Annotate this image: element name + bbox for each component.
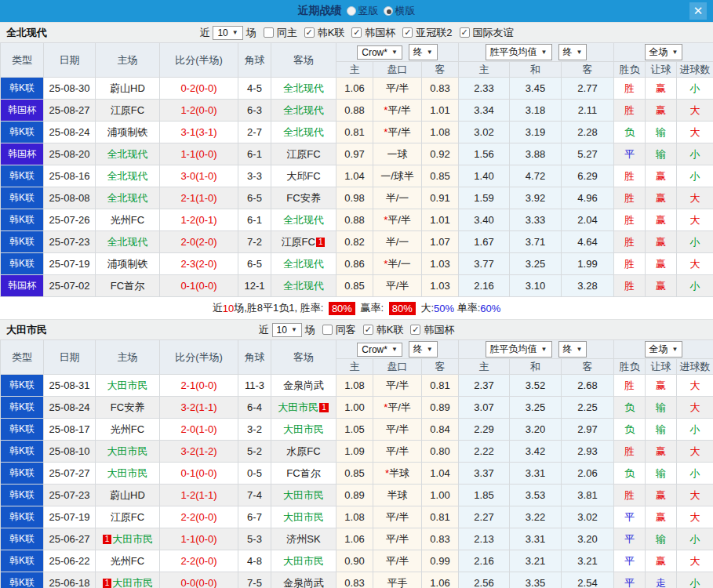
result-handicap: 赢 [646, 209, 677, 231]
handicap-cell: 半球 [373, 485, 422, 506]
result-handicap: 输 [646, 143, 677, 165]
score-cell: 0-1(0-0) [160, 275, 238, 297]
odds-final-select[interactable]: 终▼ [409, 44, 438, 60]
odds-group-header: Crow*▼终▼ [336, 340, 459, 359]
chevron-down-icon: ▼ [391, 49, 398, 56]
filter-checkbox-0[interactable] [264, 27, 274, 38]
home-team-cell: 光州FC [96, 550, 160, 572]
away-team-cell: 济州SK [271, 528, 336, 550]
euro-home-odds: 1.40 [459, 165, 510, 187]
layout-radio-horizontal[interactable]: 横版 [384, 4, 416, 18]
away-team-name: FC首尔 [286, 467, 320, 479]
filter-checkbox-1[interactable]: ✓ [363, 325, 373, 335]
radio-vertical-icon[interactable] [347, 6, 356, 16]
fulltime-score: 1-2 [180, 104, 195, 116]
date-cell: 25-07-23 [44, 485, 96, 506]
fulltime-score: 2-0 [180, 236, 195, 248]
odds-final-select[interactable]: 终▼ [409, 341, 438, 358]
filter-checkbox-1[interactable]: ✓ [304, 27, 315, 38]
fulltime-score: 1-2 [180, 489, 195, 501]
away-team-cell: 大田市民 [271, 419, 336, 441]
date-cell: 25-06-27 [44, 528, 96, 550]
date-cell: 25-07-19 [44, 506, 96, 528]
scope-select[interactable]: 全场▼ [645, 341, 683, 358]
euro-away-odds: 3.81 [562, 485, 614, 506]
euro-home-odds: 2.22 [459, 441, 510, 463]
home-team-cell: 全北现代 [96, 187, 160, 209]
result-wdl: 负 [614, 397, 646, 419]
match-count-select[interactable]: 10▼ [213, 26, 242, 40]
radio-horizontal-icon[interactable] [384, 6, 393, 16]
euro-home-odds: 3.37 [459, 463, 510, 485]
handicap-cell: *平/半 [373, 122, 422, 143]
asian-home-odds: 1.09 [336, 441, 373, 463]
filter-checkbox-2[interactable]: ✓ [410, 325, 420, 335]
home-team-cell: 江原FC [96, 506, 160, 528]
euro-home-odds: 3.40 [459, 209, 510, 231]
result-wdl: 平 [614, 528, 646, 550]
euro-avg-select[interactable]: 胜平负均值▼ [486, 341, 552, 358]
league-badge: 韩K联 [1, 419, 44, 441]
table-row: 韩K联25-07-19江原FC2-2(0-0)6-7大田市民1.08平/半0.8… [1, 506, 713, 528]
result-goals: 大 [677, 122, 713, 143]
scope-select-label: 全场 [649, 45, 668, 59]
odds-company-select[interactable]: Crow*▼ [357, 343, 402, 357]
halftime-score: (1-1) [195, 489, 216, 501]
euro-avg-select[interactable]: 胜平负均值▼ [486, 44, 552, 60]
result-wdl: 平 [614, 550, 646, 572]
euro-away-odds: 3.21 [562, 550, 614, 572]
asian-home-odds: 0.81 [336, 122, 373, 143]
col-header-1: 日期 [44, 43, 96, 78]
euro-home-odds: 3.07 [459, 397, 510, 419]
fulltime-score: 2-3 [180, 258, 195, 270]
euro-home-odds: 2.33 [459, 78, 510, 100]
close-icon[interactable]: ✕ [689, 2, 707, 20]
filter-checkbox-3[interactable]: ✓ [402, 27, 413, 38]
date-cell: 25-07-02 [44, 275, 96, 297]
league-badge: 韩K联 [1, 550, 44, 572]
score-cell: 3-0(1-0) [160, 165, 238, 187]
filter-bar: 近10▼场同客✓韩K联✓韩国杯 [259, 323, 455, 337]
away-team-name: 江原FC [282, 236, 315, 248]
asian-away-odds: 1.01 [422, 209, 459, 231]
halftime-score: (0-0) [195, 379, 216, 391]
score-cell: 3-2(1-1) [160, 397, 238, 419]
home-team-cell: 浦项制铁 [96, 253, 160, 275]
result-group-header: 全场▼ [614, 43, 713, 62]
euro-final-select[interactable]: 终▼ [558, 341, 587, 358]
filter-label-4: 国际友谊 [473, 26, 514, 40]
home-team-name: 光州FC [111, 423, 144, 435]
euro-home-odds: 2.16 [459, 275, 510, 297]
match-count-select[interactable]: 10▼ [272, 323, 302, 337]
home-team-name: 江原FC [111, 511, 144, 523]
euro-away-odds: 2.93 [562, 441, 614, 463]
sub-header-5: 客 [562, 359, 614, 375]
handicap-text: 平/半 [386, 280, 409, 292]
fulltime-score: 1-2 [180, 214, 195, 226]
scope-select[interactable]: 全场▼ [645, 44, 683, 60]
handicap-cell: 平/半 [373, 419, 422, 441]
asian-home-odds: 1.08 [336, 506, 373, 528]
result-handicap: 赢 [646, 485, 677, 506]
filter-checkbox-4[interactable]: ✓ [460, 27, 470, 38]
asian-away-odds: 0.85 [422, 165, 459, 187]
fulltime-score: 0-1 [180, 280, 195, 292]
filter-checkbox-0[interactable] [322, 325, 333, 335]
chevron-down-icon: ▼ [577, 49, 583, 56]
layout-radio-vertical[interactable]: 竖版 [347, 4, 379, 18]
away-team-cell: 江原FC1 [271, 231, 336, 253]
handicap-text: 平/半 [387, 104, 411, 116]
filter-checkbox-2[interactable]: ✓ [351, 27, 362, 38]
halftime-score: (0-0) [195, 104, 216, 116]
league-badge: 韩国杯 [1, 100, 44, 122]
score-cell: 2-3(2-0) [160, 253, 238, 275]
match-count-select-label: 10 [217, 27, 227, 38]
summary-segment: 近 [213, 301, 223, 315]
euro-final-select[interactable]: 终▼ [558, 44, 587, 60]
table-row: 韩K联25-08-24FC安养3-2(1-1)6-4大田市民11.00*平/半0… [1, 397, 713, 419]
euro-home-odds: 2.16 [459, 550, 510, 572]
table-row: 韩K联25-08-24浦项制铁3-1(3-1)2-7全北现代0.81*平/半1.… [1, 122, 713, 143]
odds-company-select[interactable]: Crow*▼ [357, 45, 402, 60]
halftime-score: (1-0) [195, 192, 216, 204]
filter-label-0: 同主 [277, 26, 297, 40]
